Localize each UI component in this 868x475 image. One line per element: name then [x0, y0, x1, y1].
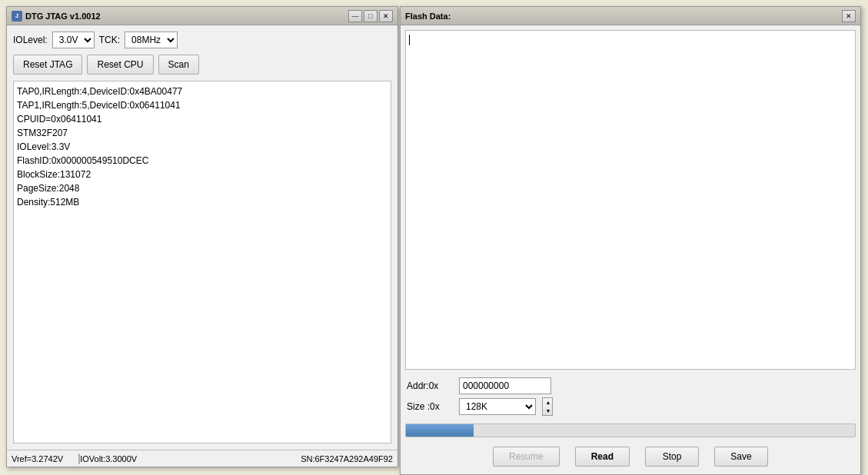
status-bar: Vref=3.2742V IOVolt:3.3000V SN:6F3247A29… — [7, 450, 397, 467]
vref-status: Vref=3.2742V — [12, 454, 63, 463]
log-line-9: Density:512MB — [17, 195, 387, 209]
log-line-2: TAP1,IRLength:5,DeviceID:0x06411041 — [17, 98, 387, 112]
log-line-5: IOLevel:3.3V — [17, 140, 387, 154]
iolevel-select[interactable]: 3.0V 1.8V 2.5V 3.3V — [52, 32, 95, 48]
log-line-7: BlockSize:131072 — [17, 168, 387, 181]
read-button[interactable]: Read — [575, 447, 630, 467]
progress-bar-container — [405, 424, 856, 437]
scan-button[interactable]: Scan — [158, 55, 199, 75]
addr-input[interactable] — [459, 377, 551, 394]
flash-window-controls: ✕ — [842, 10, 856, 22]
addr-label: Addr:0x — [407, 380, 453, 391]
log-area: TAP0,IRLength:4,DeviceID:0x4BA00477 TAP1… — [13, 81, 391, 443]
log-line-3: CPUID=0x06411041 — [17, 112, 387, 126]
log-line-6: FlashID:0x000000549510DCEC — [17, 154, 387, 168]
size-spinner-up[interactable]: ▲ — [543, 398, 554, 407]
main-window-title: DTG JTAG v1.0012 — [25, 12, 101, 21]
main-titlebar: J DTG JTAG v1.0012 — □ ✕ — [7, 7, 397, 25]
addr-row: Addr:0x — [407, 377, 854, 394]
size-spinner-down[interactable]: ▼ — [543, 407, 554, 415]
log-line-8: PageSize:2048 — [17, 181, 387, 195]
sn-status: SN:6F3247A292A49F92 — [301, 454, 393, 463]
size-row: Size :0x 128K 256K 512K 1M 2M ▲ ▼ — [407, 397, 854, 416]
main-window: J DTG JTAG v1.0012 — □ ✕ IOLevel: 3.0V 1… — [6, 6, 398, 467]
size-select[interactable]: 128K 256K 512K 1M 2M — [459, 398, 536, 415]
main-window-content: IOLevel: 3.0V 1.8V 2.5V 3.3V TCK: 08MHz … — [7, 25, 397, 450]
main-title-area: J DTG JTAG v1.0012 — [12, 11, 101, 22]
save-button[interactable]: Save — [714, 447, 768, 467]
flash-controls: Addr:0x Size :0x 128K 256K 512K 1M 2M ▲ … — [405, 374, 856, 419]
flash-text-area[interactable] — [405, 30, 856, 370]
app-icon: J — [12, 11, 22, 22]
flash-content: Addr:0x Size :0x 128K 256K 512K 1M 2M ▲ … — [401, 25, 860, 474]
size-label: Size :0x — [407, 401, 453, 412]
resume-button[interactable]: Resume — [493, 447, 560, 467]
action-buttons-row: Reset JTAG Reset CPU Scan — [13, 55, 391, 75]
iovolt-status: IOVolt:3.3000V — [78, 454, 137, 463]
text-cursor — [409, 35, 410, 45]
stop-button[interactable]: Stop — [645, 447, 699, 467]
reset-cpu-button[interactable]: Reset CPU — [87, 55, 153, 75]
main-window-controls: — □ ✕ — [348, 10, 393, 22]
maximize-button[interactable]: □ — [364, 10, 377, 22]
log-line-1: TAP0,IRLength:4,DeviceID:0x4BA00477 — [17, 85, 387, 98]
iolevel-label: IOLevel: — [13, 35, 48, 45]
flash-buttons-row: Resume Read Stop Save — [405, 442, 856, 470]
flash-window: Flash Data: ✕ Addr:0x Size :0x 128K — [400, 6, 861, 475]
tck-select[interactable]: 08MHz 01MHz 04MHz 16MHz — [125, 32, 178, 48]
flash-close-button[interactable]: ✕ — [842, 10, 856, 22]
flash-titlebar: Flash Data: ✕ — [401, 7, 860, 25]
progress-bar-fill — [406, 424, 474, 437]
close-button[interactable]: ✕ — [379, 10, 393, 22]
minimize-button[interactable]: — — [348, 10, 362, 22]
tck-label: TCK: — [99, 35, 120, 45]
io-tck-row: IOLevel: 3.0V 1.8V 2.5V 3.3V TCK: 08MHz … — [13, 32, 391, 48]
flash-window-title: Flash Data: — [405, 12, 451, 21]
desktop: J DTG JTAG v1.0012 — □ ✕ IOLevel: 3.0V 1… — [0, 0, 868, 475]
reset-jtag-button[interactable]: Reset JTAG — [13, 55, 82, 75]
log-line-4: STM32F207 — [17, 126, 387, 140]
size-spinner: ▲ ▼ — [542, 397, 553, 416]
